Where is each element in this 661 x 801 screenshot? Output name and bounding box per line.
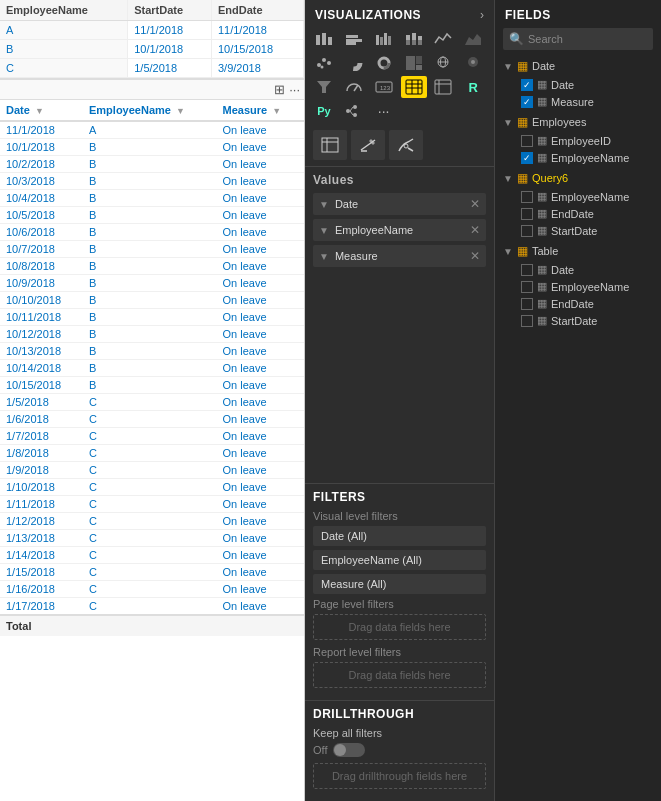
tree-group-header-employees[interactable]: ▼ ▦ Employees (499, 112, 657, 132)
field-remove-icon[interactable]: ✕ (470, 249, 480, 263)
values-label: Values (313, 173, 486, 187)
viz-card[interactable]: 123 (371, 76, 397, 98)
viz-matrix[interactable] (430, 76, 456, 98)
viz-decomp-tree[interactable] (341, 100, 367, 122)
field-item-left: ▼ EmployeeName (319, 224, 413, 236)
field-item[interactable]: ▼ Measure ✕ (313, 245, 486, 267)
tree-group-header-query6[interactable]: ▼ ▦ Query6 (499, 168, 657, 188)
tree-item-label: StartDate (551, 315, 653, 327)
tree-item-label: EmployeeName (551, 191, 653, 203)
field-item-left: ▼ Measure (319, 250, 378, 262)
tree-item[interactable]: ✓ ▦ Date (517, 76, 657, 93)
table-row: 1/14/2018 C On leave (0, 547, 304, 564)
table-row: 10/1/2018 B On leave (0, 139, 304, 156)
viz-area-chart[interactable] (460, 28, 486, 50)
tree-item-checkbox[interactable] (521, 281, 533, 293)
date-cell: 1/16/2018 (0, 581, 83, 598)
emp-cell: B (83, 258, 217, 275)
tree-item-checkbox[interactable] (521, 208, 533, 220)
viz-map[interactable] (430, 52, 456, 74)
measure-cell: On leave (217, 496, 304, 513)
viz-stacked-bar[interactable] (311, 28, 337, 50)
field-remove-icon[interactable]: ✕ (470, 223, 480, 237)
viz-treemap[interactable] (401, 52, 427, 74)
viz-gauge[interactable] (341, 76, 367, 98)
tree-item-checkbox[interactable] (521, 298, 533, 310)
date-cell: 10/12/2018 (0, 326, 83, 343)
viz-bar-chart[interactable] (341, 28, 367, 50)
main-col-date[interactable]: Date ▼ (0, 100, 83, 121)
field-remove-icon[interactable]: ✕ (470, 197, 480, 211)
tree-item-checkbox[interactable] (521, 225, 533, 237)
viz-line-chart[interactable] (430, 28, 456, 50)
viz-python[interactable]: Py (311, 100, 337, 122)
tree-item[interactable]: ▦ EmployeeName (517, 278, 657, 295)
date-cell: 10/9/2018 (0, 275, 83, 292)
measure-cell: On leave (217, 394, 304, 411)
filter-pill[interactable]: EmployeeName (All) (313, 550, 486, 570)
viz-filled-map[interactable] (460, 52, 486, 74)
tree-item-checkbox[interactable]: ✓ (521, 152, 533, 164)
svg-rect-9 (388, 36, 391, 45)
main-col-employee[interactable]: EmployeeName ▼ (83, 100, 217, 121)
viz-header-arrow[interactable]: › (480, 8, 484, 22)
svg-point-21 (348, 57, 360, 69)
viz-format-btn[interactable] (351, 130, 385, 160)
viz-fields-btn[interactable] (313, 130, 347, 160)
viz-scatter[interactable] (311, 52, 337, 74)
svg-point-19 (327, 61, 331, 65)
field-chevron-icon: ▼ (319, 225, 329, 236)
tree-item[interactable]: ▦ EndDate (517, 205, 657, 222)
tree-item[interactable]: ▦ StartDate (517, 312, 657, 329)
tree-group-header-table[interactable]: ▼ ▦ Table (499, 241, 657, 261)
field-type-icon: ▦ (537, 78, 547, 91)
keep-filters-label: Keep all filters (313, 727, 486, 739)
date-cell: 1/9/2018 (0, 462, 83, 479)
date-cell: 10/1/2018 (0, 139, 83, 156)
top-table-row: B 10/1/2018 10/15/2018 (0, 40, 304, 59)
date-cell: 10/5/2018 (0, 207, 83, 224)
tree-item-label: EmployeeName (551, 152, 653, 164)
viz-clustered-bar[interactable] (371, 28, 397, 50)
tree-item-checkbox[interactable] (521, 191, 533, 203)
table-icon: ▦ (517, 244, 528, 258)
svg-rect-3 (346, 39, 362, 42)
viz-donut[interactable] (371, 52, 397, 74)
tree-item-checkbox[interactable] (521, 315, 533, 327)
viz-actions (305, 126, 494, 167)
viz-analytics-btn[interactable] (389, 130, 423, 160)
field-item[interactable]: ▼ Date ✕ (313, 193, 486, 215)
field-item[interactable]: ▼ EmployeeName ✕ (313, 219, 486, 241)
tree-item[interactable]: ▦ EmployeeName (517, 188, 657, 205)
main-col-measure[interactable]: Measure ▼ (217, 100, 304, 121)
tree-item[interactable]: ▦ EndDate (517, 295, 657, 312)
viz-r-script[interactable]: R (460, 76, 486, 98)
tree-item-checkbox[interactable]: ✓ (521, 79, 533, 91)
more-options-icon[interactable]: ··· (289, 82, 300, 97)
expand-icon[interactable]: ⊞ (274, 82, 285, 97)
viz-pie[interactable] (341, 52, 367, 74)
tree-group-header-date[interactable]: ▼ ▦ Date (499, 56, 657, 76)
viz-more[interactable]: ··· (371, 100, 397, 122)
viz-table-active[interactable] (401, 76, 427, 98)
measure-cell: On leave (217, 326, 304, 343)
viz-funnel[interactable] (311, 76, 337, 98)
tree-item-checkbox[interactable]: ✓ (521, 96, 533, 108)
tree-item[interactable]: ▦ EmployeeID (517, 132, 657, 149)
tree-item[interactable]: ✓ ▦ EmployeeName (517, 149, 657, 166)
tree-item[interactable]: ▦ StartDate (517, 222, 657, 239)
table-icon: ▦ (517, 59, 528, 73)
tree-item[interactable]: ✓ ▦ Measure (517, 93, 657, 110)
tree-item-checkbox[interactable] (521, 135, 533, 147)
viz-stacked-bar-2[interactable] (401, 28, 427, 50)
filter-pill[interactable]: Measure (All) (313, 574, 486, 594)
tree-expand-icon: ▼ (503, 117, 513, 128)
main-table-scroll[interactable]: Date ▼ EmployeeName ▼ Measure ▼ 11/1/201… (0, 100, 304, 801)
tree-item-checkbox[interactable] (521, 264, 533, 276)
search-input[interactable] (528, 33, 647, 45)
svg-rect-6 (376, 35, 379, 45)
keep-filters-toggle[interactable] (333, 743, 365, 757)
tree-item[interactable]: ▦ Date (517, 261, 657, 278)
left-panel: EmployeeName StartDate EndDate A 11/1/20… (0, 0, 305, 801)
filter-pill[interactable]: Date (All) (313, 526, 486, 546)
